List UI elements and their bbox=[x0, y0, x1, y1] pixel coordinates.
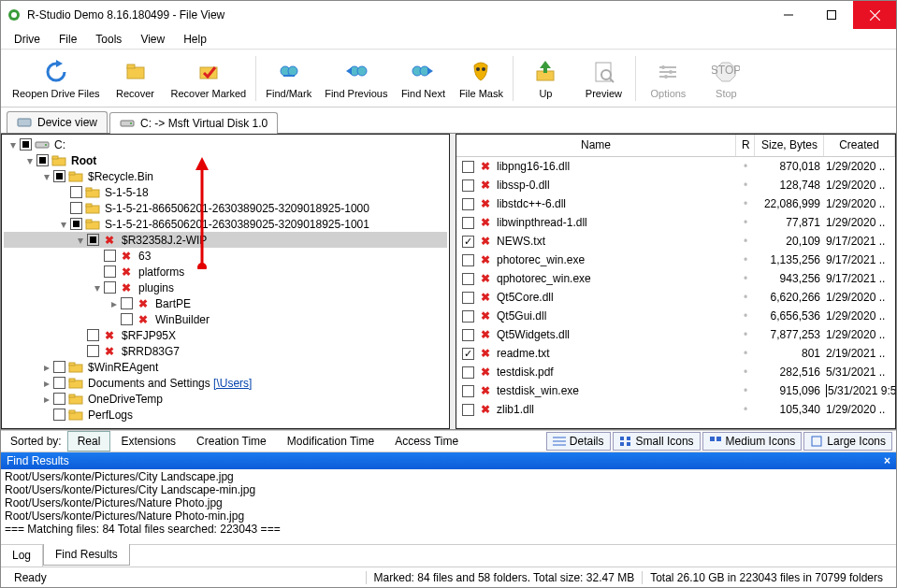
find-results-body[interactable]: Root/Users/konte/Pictures/City Landscape… bbox=[1, 469, 896, 544]
tree-checkbox[interactable] bbox=[121, 313, 133, 325]
expand-toggle[interactable] bbox=[75, 330, 86, 341]
file-row[interactable]: ✖Qt5Core.dll•6,620,2661/29/2020 .. bbox=[456, 288, 895, 307]
expand-toggle[interactable]: ▾ bbox=[41, 171, 52, 182]
view-details[interactable]: Details bbox=[546, 432, 611, 451]
tree-checkbox[interactable] bbox=[53, 409, 65, 421]
view-small-icons[interactable]: Small Icons bbox=[613, 432, 701, 451]
tree-node[interactable]: S-1-5-21-866506201-2630389025-3209018925… bbox=[4, 200, 447, 216]
tree-node[interactable]: ▾Root bbox=[4, 152, 447, 168]
tree-node[interactable]: ▸$WinREAgent bbox=[4, 359, 447, 375]
tree-checkbox[interactable] bbox=[104, 265, 116, 278]
expand-toggle[interactable] bbox=[58, 203, 69, 214]
tree-checkbox[interactable] bbox=[104, 250, 116, 262]
expand-toggle[interactable] bbox=[58, 187, 69, 198]
toolbar-recover[interactable]: Recover bbox=[108, 51, 164, 106]
file-checkbox[interactable] bbox=[462, 198, 474, 210]
tree-checkbox[interactable] bbox=[53, 377, 65, 389]
tree-node[interactable]: ▾✖plugins bbox=[4, 280, 447, 295]
toolbar-options[interactable]: Options bbox=[640, 51, 696, 106]
expand-toggle[interactable] bbox=[75, 346, 86, 357]
toolbar-find-previous[interactable]: Find Previous bbox=[319, 51, 393, 106]
tree-node[interactable]: ▾✖$R32358J.2-WIP bbox=[4, 232, 447, 248]
column-name[interactable]: Name bbox=[456, 135, 736, 156]
file-checkbox[interactable] bbox=[462, 310, 474, 323]
tree-checkbox[interactable] bbox=[53, 170, 65, 182]
tree-checkbox[interactable] bbox=[87, 329, 99, 341]
tree-checkbox[interactable] bbox=[104, 281, 116, 294]
sort-real[interactable]: Real bbox=[67, 431, 111, 452]
file-checkbox[interactable] bbox=[462, 366, 474, 379]
file-checkbox[interactable] bbox=[462, 292, 474, 304]
minimize-button[interactable] bbox=[767, 1, 810, 29]
expand-toggle[interactable]: ▾ bbox=[24, 155, 36, 166]
sort-access-time[interactable]: Access Time bbox=[384, 431, 469, 452]
find-result-line[interactable]: === Matching files: 84 Total files searc… bbox=[5, 523, 892, 536]
tree-node[interactable]: ▸OneDriveTemp bbox=[4, 391, 447, 407]
expand-toggle[interactable] bbox=[109, 314, 120, 325]
tree-node[interactable]: ▸✖BartPE bbox=[4, 295, 447, 311]
find-results-close[interactable]: × bbox=[884, 454, 890, 467]
find-result-line[interactable]: Root/Users/konte/Pictures/Nature Photo-m… bbox=[5, 509, 892, 523]
toolbar-preview[interactable]: Preview bbox=[575, 51, 631, 106]
file-checkbox[interactable] bbox=[462, 273, 474, 285]
file-row[interactable]: ✖Qt5Widgets.dll•7,877,2531/29/2020 .. bbox=[456, 325, 895, 344]
close-button[interactable] bbox=[853, 1, 896, 29]
toolbar-find-next[interactable]: Find Next bbox=[395, 51, 451, 106]
tree-node[interactable]: ✖$RFJP95X bbox=[4, 327, 447, 343]
file-checkbox[interactable] bbox=[462, 348, 474, 360]
file-row[interactable]: ✖Qt5Gui.dll•6,656,5361/29/2020 .. bbox=[456, 307, 895, 325]
bottom-tab-log[interactable]: Log bbox=[1, 545, 43, 566]
tree-node[interactable]: PerfLogs bbox=[4, 407, 447, 423]
menu-file[interactable]: File bbox=[50, 31, 86, 48]
file-checkbox[interactable] bbox=[462, 329, 474, 341]
file-row[interactable]: ✖libwinpthread-1.dll•77,8711/29/2020 .. bbox=[456, 213, 895, 232]
menu-view[interactable]: View bbox=[131, 31, 174, 48]
folder-tree-pane[interactable]: ▾C:▾Root▾$Recycle.Bin S-1-5-18 S-1-5-21-… bbox=[1, 134, 450, 429]
toolbar-recover-marked[interactable]: Recover Marked bbox=[166, 51, 253, 106]
menu-help[interactable]: Help bbox=[174, 31, 216, 48]
tree-checkbox[interactable] bbox=[70, 186, 82, 198]
toolbar-up[interactable]: Up bbox=[517, 51, 573, 106]
sort-creation-time[interactable]: Creation Time bbox=[186, 431, 277, 452]
expand-toggle[interactable]: ▾ bbox=[75, 235, 86, 246]
column-size[interactable]: Size, Bytes bbox=[755, 135, 824, 156]
tree-checkbox[interactable] bbox=[70, 218, 82, 230]
tab-drive-view[interactable]: C: -> Msft Virtual Disk 1.0 bbox=[109, 112, 278, 134]
tree-checkbox[interactable] bbox=[121, 297, 133, 309]
toolbar-stop[interactable]: STOPStop bbox=[698, 51, 754, 106]
find-result-line[interactable]: Root/Users/konte/Pictures/City Landscape… bbox=[5, 470, 892, 483]
view-large-icons[interactable]: Large Icons bbox=[803, 432, 892, 451]
file-row[interactable]: ✖libssp-0.dll•128,7481/29/2020 .. bbox=[456, 176, 895, 194]
expand-toggle[interactable] bbox=[41, 409, 52, 421]
tree-node[interactable]: ✖63 bbox=[4, 248, 447, 264]
file-row[interactable]: ✖testdisk.pdf•282,5165/31/2021 .. bbox=[456, 363, 895, 381]
file-row[interactable]: ✖photorec_win.exe•1,135,2569/17/2021 .. bbox=[456, 251, 895, 269]
tree-node[interactable]: ✖WinBuilder bbox=[4, 311, 447, 327]
sort-modification-time[interactable]: Modification Time bbox=[277, 431, 384, 452]
expand-toggle[interactable]: ▸ bbox=[41, 394, 52, 405]
tree-checkbox[interactable] bbox=[53, 393, 65, 405]
file-row[interactable]: ✖testdisk_win.exe•915,0965/31/2021 9:50: bbox=[456, 381, 895, 400]
expand-toggle[interactable]: ▾ bbox=[58, 219, 69, 230]
tree-node[interactable]: ▾C: bbox=[4, 136, 447, 152]
menu-tools[interactable]: Tools bbox=[86, 31, 131, 48]
tree-checkbox[interactable] bbox=[70, 202, 82, 214]
view-medium-icons[interactable]: Medium Icons bbox=[702, 432, 803, 451]
column-r[interactable]: R bbox=[736, 135, 755, 156]
find-result-line[interactable]: Root/Users/konte/Pictures/City Landscape… bbox=[5, 483, 892, 496]
file-row[interactable]: ✖qphotorec_win.exe•943,2569/17/2021 .. bbox=[456, 269, 895, 288]
toolbar-file-mask[interactable]: File Mask bbox=[453, 51, 509, 106]
file-row[interactable]: ✖zlib1.dll•105,3401/29/2020 .. bbox=[456, 400, 895, 419]
file-list-body[interactable]: ✖libpng16-16.dll•870,0181/29/2020 ..✖lib… bbox=[456, 157, 895, 428]
file-row[interactable]: ✖NEWS.txt•20,1099/17/2021 .. bbox=[456, 232, 895, 251]
expand-toggle[interactable]: ▾ bbox=[92, 282, 103, 294]
tree-checkbox[interactable] bbox=[87, 345, 99, 357]
maximize-button[interactable] bbox=[810, 1, 853, 29]
file-checkbox[interactable] bbox=[462, 179, 474, 192]
file-checkbox[interactable] bbox=[462, 161, 474, 173]
file-checkbox[interactable] bbox=[462, 404, 474, 416]
find-result-line[interactable]: Root/Users/konte/Pictures/Nature Photo.j… bbox=[5, 496, 892, 509]
expand-toggle[interactable] bbox=[92, 266, 103, 278]
toolbar-reopen-drive-files[interactable]: Reopen Drive Files bbox=[7, 51, 106, 106]
tree-node[interactable]: ▾$Recycle.Bin bbox=[4, 168, 447, 184]
